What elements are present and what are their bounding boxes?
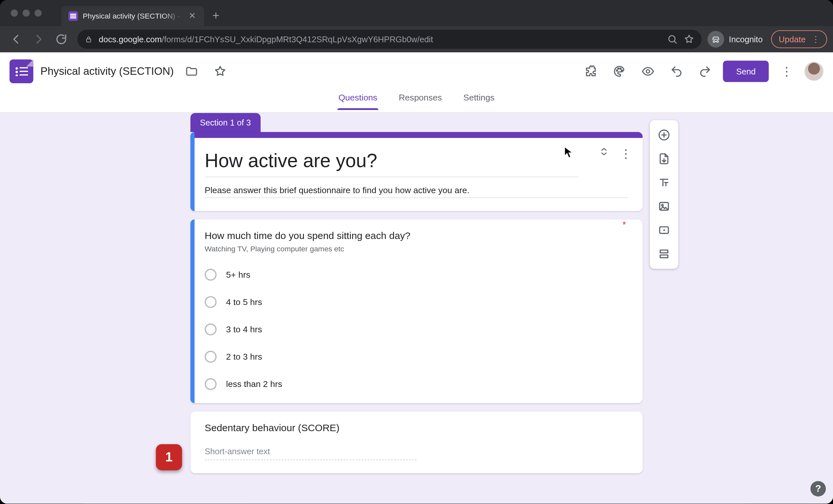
option-row[interactable]: 2 to 3 hrs: [205, 351, 628, 363]
collapse-icon[interactable]: [599, 146, 610, 157]
nav-forward-button[interactable]: [29, 29, 49, 49]
add-video-button[interactable]: [652, 219, 676, 241]
lock-icon: [85, 35, 93, 44]
short-answer-placeholder: Short-answer text: [205, 447, 416, 460]
theme-button[interactable]: [609, 61, 630, 82]
reload-button[interactable]: [51, 29, 71, 49]
url-text: docs.google.com/forms/d/1FChYsSU_XxkiDpg…: [99, 34, 661, 44]
browser-window: Physical activity (SECTION) - G ✕ + docs…: [0, 0, 833, 504]
new-tab-button[interactable]: +: [204, 9, 228, 26]
arrow-right-icon: [32, 33, 45, 46]
move-to-folder-button[interactable]: [181, 61, 203, 82]
forms-logo-icon[interactable]: [9, 59, 33, 83]
question-description[interactable]: Watching TV, Playing computer games etc: [205, 245, 628, 253]
undo-icon: [670, 65, 683, 78]
question-card[interactable]: How much time do you spend sitting each …: [190, 220, 643, 403]
svg-point-6: [621, 70, 622, 71]
radio-icon: [205, 351, 217, 363]
form-column: Section 1 of 3 How active are you? ⋮: [190, 113, 643, 473]
arrow-left-icon: [9, 33, 22, 46]
kebab-icon: ⋮: [781, 64, 793, 78]
section-header-card[interactable]: How active are you? ⋮ Please answer this…: [190, 132, 643, 211]
svg-point-3: [617, 70, 618, 71]
add-title-button[interactable]: [652, 171, 676, 194]
annotation-marker-1: 1: [156, 444, 182, 470]
update-button[interactable]: Update ⋮: [771, 30, 827, 48]
option-row[interactable]: 5+ hrs: [205, 269, 628, 281]
tab-settings[interactable]: Settings: [462, 91, 496, 109]
radio-icon: [205, 296, 217, 308]
help-icon: ?: [815, 483, 821, 494]
browser-tab[interactable]: Physical activity (SECTION) - G ✕: [61, 6, 204, 26]
puzzle-icon: [585, 65, 597, 78]
palette-icon: [613, 65, 626, 78]
send-button[interactable]: Send: [723, 61, 768, 82]
traffic-close-icon[interactable]: [11, 9, 18, 17]
bookmark-star-icon[interactable]: [684, 34, 694, 45]
question-title[interactable]: Sedentary behaviour (SCORE): [205, 422, 628, 433]
radio-icon: [205, 378, 217, 390]
zoom-icon[interactable]: [667, 34, 678, 45]
incognito-indicator[interactable]: Incognito: [707, 31, 763, 48]
svg-point-16: [662, 204, 663, 206]
svg-line-2: [674, 41, 676, 43]
floating-toolbar: [650, 120, 679, 269]
option-label: 4 to 5 hrs: [226, 297, 262, 307]
radio-icon: [205, 269, 217, 281]
document-title[interactable]: Physical activity (SECTION): [40, 65, 174, 77]
nav-back-button[interactable]: [6, 29, 26, 49]
traffic-min-icon[interactable]: [22, 9, 30, 17]
option-label: less than 2 hrs: [226, 379, 282, 389]
browser-toolbar: docs.google.com/forms/d/1FChYsSU_XxkiDpg…: [0, 26, 833, 52]
add-section-button[interactable]: [652, 243, 676, 265]
radio-icon: [205, 324, 217, 335]
section-description-input[interactable]: Please answer this brief questionnaire t…: [205, 177, 628, 198]
option-row[interactable]: 3 to 4 hrs: [205, 324, 628, 335]
card-accent-bar: [190, 132, 643, 138]
account-avatar[interactable]: [804, 62, 824, 81]
undo-button[interactable]: [666, 61, 688, 82]
question-title[interactable]: How much time do you spend sitting each …: [205, 230, 628, 242]
incognito-label: Incognito: [729, 34, 763, 44]
option-row[interactable]: less than 2 hrs: [205, 378, 628, 390]
import-questions-button[interactable]: [652, 147, 676, 170]
add-image-button[interactable]: [652, 195, 676, 218]
option-row[interactable]: 4 to 5 hrs: [205, 296, 628, 308]
tab-questions[interactable]: Questions: [337, 91, 379, 109]
form-canvas[interactable]: Section 1 of 3 How active are you? ⋮: [0, 113, 833, 503]
incognito-icon: [707, 31, 724, 48]
svg-marker-18: [664, 229, 666, 231]
tab-strip: Physical activity (SECTION) - G ✕ +: [0, 0, 833, 26]
window-controls[interactable]: [11, 9, 42, 17]
plus-circle-icon: [658, 128, 671, 142]
text-icon: [658, 176, 671, 189]
tab-responses[interactable]: Responses: [398, 91, 443, 109]
question-card[interactable]: Sedentary behaviour (SCORE) Short-answer…: [190, 411, 643, 473]
option-label: 3 to 4 hrs: [226, 325, 262, 334]
redo-button[interactable]: [695, 61, 716, 82]
svg-point-7: [646, 70, 650, 73]
address-bar[interactable]: docs.google.com/forms/d/1FChYsSU_XxkiDpg…: [77, 30, 701, 49]
options-list: 5+ hrs 4 to 5 hrs 3 to 4 hrs 2 to 3 hrs …: [205, 269, 628, 390]
kebab-icon[interactable]: ⋮: [620, 146, 632, 161]
star-button[interactable]: [210, 61, 231, 82]
video-icon: [658, 224, 671, 237]
addons-button[interactable]: [580, 61, 602, 82]
folder-icon: [185, 65, 198, 78]
svg-rect-20: [660, 255, 668, 257]
tab-close-icon[interactable]: ✕: [187, 11, 197, 21]
help-button[interactable]: ?: [811, 481, 826, 497]
forms-favicon-icon: [68, 11, 78, 21]
more-button[interactable]: ⋮: [776, 61, 797, 82]
svg-rect-19: [660, 250, 668, 253]
svg-rect-0: [87, 39, 91, 42]
section-title-input[interactable]: How active are you?: [205, 149, 563, 175]
add-question-button[interactable]: [652, 124, 676, 146]
browser-tab-title: Physical activity (SECTION) - G: [82, 12, 183, 21]
import-icon: [658, 152, 671, 165]
reload-icon: [55, 33, 68, 46]
preview-button[interactable]: [638, 61, 659, 82]
star-icon: [214, 65, 227, 78]
traffic-max-icon[interactable]: [34, 9, 42, 17]
eye-icon: [642, 65, 655, 78]
